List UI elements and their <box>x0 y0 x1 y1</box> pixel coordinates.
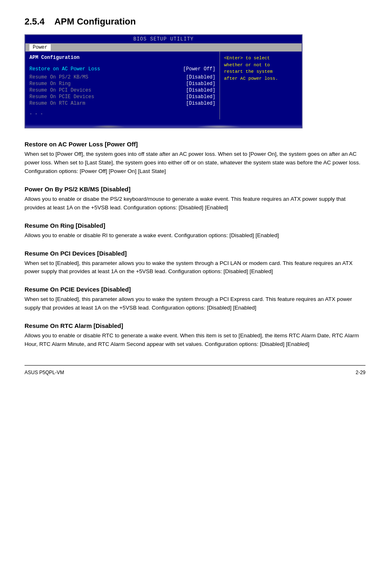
heading-restore-ac: Restore on AC Power Loss [Power Off] <box>25 141 365 148</box>
bios-value-pcie: [Disabled] <box>186 94 215 100</box>
bios-row-ring: Resume On Ring [Disabled] <box>29 81 215 87</box>
bios-section-header: APM Configuration <box>29 55 215 61</box>
section-resume-ring: Resume On Ring [Disabled] Allows you to … <box>25 222 365 240</box>
bios-value-restore: [Power Off] <box>183 66 215 72</box>
heading-resume-rtc: Resume On RTC Alarm [Disabled] <box>25 322 365 329</box>
bios-label-rtc: Resume On RTC Alarm <box>29 101 85 106</box>
bios-title-bar: BIOS SETUP UTILITY <box>25 35 302 43</box>
section-resume-rtc: Resume On RTC Alarm [Disabled] Allows yo… <box>25 322 365 349</box>
body-resume-ring: Allows you to enable or disable RI to ge… <box>25 231 365 240</box>
section-heading: 2.5.4 APM Configuration <box>25 16 365 27</box>
bios-screenshot: BIOS SETUP UTILITY Power APM Configurati… <box>25 34 303 128</box>
bios-row-pci: Resume On PCI Devices [Disabled] <box>29 88 215 93</box>
bios-help-panel: <Enter> to select whether or not to rest… <box>220 52 302 119</box>
bios-tab-bar: Power <box>25 43 302 52</box>
bios-row-ps2: Resume On PS/2 KB/MS [Disabled] <box>29 74 215 80</box>
section-resume-pci: Resume On PCI Devices [Disabled] When se… <box>25 250 365 276</box>
bios-value-rtc: [Disabled] <box>186 101 215 106</box>
bios-value-ps2: [Disabled] <box>186 74 215 80</box>
section-restore-ac: Restore on AC Power Loss [Power Off] Whe… <box>25 141 365 176</box>
body-power-on-ps2: Allows you to enable or disabe the PS/2 … <box>25 195 365 212</box>
bios-label-pci: Resume On PCI Devices <box>29 88 91 93</box>
bios-label-ps2: Resume On PS/2 KB/MS <box>29 74 88 80</box>
body-resume-pcie: When set to [Enabled], this parameter al… <box>25 295 365 312</box>
bios-label-restore: Restore on AC Power Loss <box>29 66 100 72</box>
body-restore-ac: When set to [Power Off], the system goes… <box>25 150 365 176</box>
heading-resume-pcie: Resume On PCIE Devices [Disabled] <box>25 286 365 293</box>
footer-left: ASUS P5QPL-VM <box>25 370 64 375</box>
section-resume-pcie: Resume On PCIE Devices [Disabled] When s… <box>25 286 365 312</box>
content-sections: Restore on AC Power Loss [Power Off] Whe… <box>25 141 365 349</box>
section-power-on-ps2: Power On By PS/2 KB/MS [Disabled] Allows… <box>25 186 365 212</box>
heading-power-on-ps2: Power On By PS/2 KB/MS [Disabled] <box>25 186 365 193</box>
bios-help-text: <Enter> to select whether or not to rest… <box>224 55 298 82</box>
section-number: 2.5.4 <box>25 16 45 27</box>
bios-decorative-bottom <box>25 119 302 128</box>
bios-value-pci: [Disabled] <box>186 88 215 93</box>
page-footer: ASUS P5QPL-VM 2-29 <box>25 365 365 375</box>
bios-label-pcie: Resume On PCIE Devices <box>29 94 94 100</box>
bios-row-pcie: Resume On PCIE Devices [Disabled] <box>29 94 215 100</box>
bios-label-ring: Resume On Ring <box>29 81 71 87</box>
body-resume-rtc: Allows you to enable or disable RTC to g… <box>25 332 365 349</box>
section-title: APM Configuration <box>54 16 136 27</box>
bios-tab-active: Power <box>29 44 51 51</box>
bios-value-ring: [Disabled] <box>186 81 215 87</box>
bios-row-restore: Restore on AC Power Loss [Power Off] <box>29 66 215 72</box>
heading-resume-pci: Resume On PCI Devices [Disabled] <box>25 250 365 257</box>
footer-right: 2-29 <box>356 370 365 375</box>
heading-resume-ring: Resume On Ring [Disabled] <box>25 222 365 229</box>
bios-row-rtc: Resume On RTC Alarm [Disabled] <box>29 101 215 106</box>
bios-nav: - - - <box>29 111 215 116</box>
body-resume-pci: When set to [Enabled], this parameter al… <box>25 259 365 276</box>
